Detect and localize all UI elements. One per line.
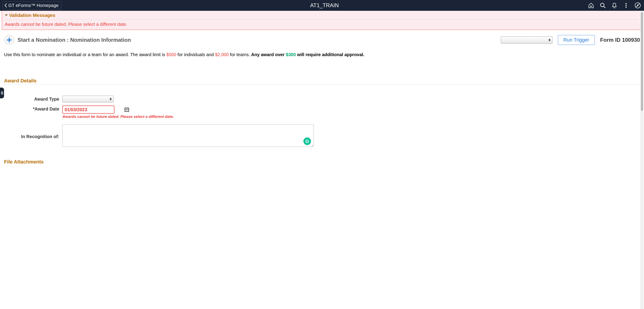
grammarly-icon[interactable]: G — [304, 137, 311, 145]
header-left: GT eForms™ Homepage — [3, 1, 62, 10]
intro-bold1: Any award over — [251, 52, 286, 57]
search-icon[interactable] — [599, 2, 606, 9]
field-row-award-date: *Award Date Awards cannot be future date… — [4, 106, 640, 119]
calendar-button[interactable] — [124, 106, 129, 113]
calendar-icon — [124, 107, 129, 112]
vertical-scrollbar[interactable] — [640, 11, 644, 168]
form-id-value: 100930 — [622, 37, 640, 43]
award-date-label: *Award Date — [4, 106, 62, 112]
svg-rect-11 — [126, 107, 126, 108]
form-title: Start a Nomination : Nomination Informat… — [18, 37, 131, 43]
kebab-menu-icon[interactable] — [622, 2, 630, 9]
award-date-error: Awards cannot be future dated. Please se… — [62, 115, 174, 119]
home-icon[interactable] — [588, 2, 595, 9]
svg-rect-20 — [2, 91, 3, 95]
svg-rect-15 — [128, 110, 128, 110]
pause-bars-icon — [1, 91, 3, 95]
back-button-label: GT eForms™ Homepage — [8, 3, 58, 8]
intro-text: Use this form to nominate an individual … — [4, 52, 640, 58]
trigger-select-wrapper — [501, 36, 552, 44]
award-date-input-wrapper — [62, 106, 114, 114]
section-file-attachments: File Attachments — [4, 159, 640, 165]
award-type-select-wrapper — [62, 96, 114, 102]
app-header: GT eForms™ Homepage AT1_TRAIN — [0, 0, 644, 11]
award-date-input[interactable] — [63, 107, 124, 112]
bell-icon[interactable] — [611, 2, 618, 9]
intro-part1: Use this form to nominate an individual … — [4, 52, 166, 57]
triangle-down-icon — [5, 14, 8, 17]
validation-title: Validation Messages — [9, 13, 55, 18]
intro-part3: for teams. — [229, 52, 251, 57]
form-id: Form ID 100930 — [600, 37, 640, 43]
amount-threshold: $300 — [286, 52, 296, 57]
run-trigger-button[interactable]: Run Trigger — [558, 35, 595, 45]
svg-rect-17 — [126, 111, 127, 111]
validation-header[interactable]: Validation Messages — [5, 13, 639, 20]
field-row-recognition: In Recognition of: G — [4, 124, 640, 148]
content-wrapper: Validation Messages Awards cannot be fut… — [0, 11, 644, 168]
amount-team: $2,000 — [215, 52, 229, 57]
svg-rect-19 — [1, 91, 2, 95]
svg-rect-14 — [126, 110, 127, 110]
trigger-select[interactable] — [501, 36, 552, 44]
chevron-left-icon — [4, 3, 8, 8]
svg-point-4 — [626, 7, 627, 8]
intro-bold2: will require additional approval. — [296, 52, 364, 57]
plus-icon — [6, 37, 12, 43]
field-row-award-type: Award Type — [4, 96, 640, 102]
form-header-left: Start a Nomination : Nomination Informat… — [4, 35, 131, 45]
header-right — [588, 2, 641, 9]
scrollbar-thumb[interactable] — [641, 12, 643, 111]
amount-individual: $500 — [166, 52, 176, 57]
main-content: Start a Nomination : Nomination Informat… — [0, 32, 644, 168]
form-header-row: Start a Nomination : Nomination Informat… — [4, 35, 640, 45]
side-expand-tab[interactable] — [0, 88, 4, 98]
validation-messages-panel: Validation Messages Awards cannot be fut… — [2, 11, 642, 30]
section-award-details: Award Details — [4, 78, 640, 84]
recognition-wrapper: G — [62, 124, 314, 148]
svg-rect-13 — [126, 110, 126, 110]
svg-line-1 — [604, 6, 605, 8]
award-date-field-group: Awards cannot be future dated. Please se… — [62, 106, 174, 119]
svg-point-2 — [626, 3, 627, 4]
intro-part2: for individuals and — [176, 52, 215, 57]
svg-rect-12 — [128, 107, 128, 108]
add-button[interactable] — [4, 35, 14, 45]
award-type-select[interactable] — [62, 96, 114, 102]
recognition-textarea[interactable] — [62, 124, 314, 147]
validation-message: Awards cannot be future dated. Please se… — [5, 22, 639, 27]
page-title: AT1_TRAIN — [310, 2, 339, 9]
svg-rect-18 — [128, 111, 128, 111]
svg-rect-16 — [126, 111, 126, 111]
recognition-label: In Recognition of: — [4, 133, 62, 139]
svg-point-3 — [626, 5, 627, 6]
form-header-right: Run Trigger Form ID 100930 — [501, 35, 640, 45]
award-type-label: Award Type — [4, 96, 62, 102]
back-button[interactable]: GT eForms™ Homepage — [3, 1, 62, 10]
form-id-label: Form ID — [600, 37, 621, 43]
compass-icon[interactable] — [634, 2, 641, 9]
